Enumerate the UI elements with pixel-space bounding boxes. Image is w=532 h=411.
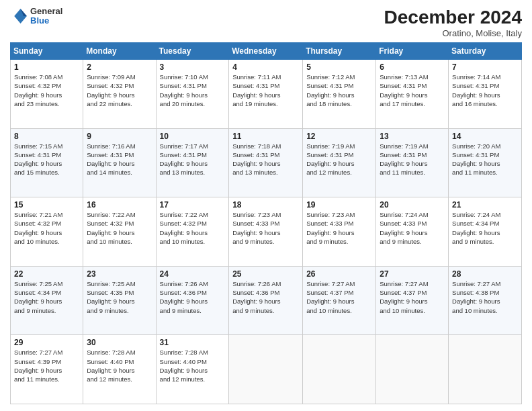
day-number: 14 (452, 132, 518, 141)
day-info: Sunrise: 7:19 AMSunset: 4:31 PMDaylight:… (380, 142, 445, 177)
logo-blue: Blue (30, 16, 62, 26)
day-info: Sunrise: 7:27 AMSunset: 4:39 PMDaylight:… (14, 348, 79, 383)
calendar-cell: 4Sunrise: 7:11 AMSunset: 4:31 PMDaylight… (229, 60, 303, 129)
calendar-cell: 29Sunrise: 7:27 AMSunset: 4:39 PMDayligh… (11, 335, 83, 404)
calendar-cell: 8Sunrise: 7:15 AMSunset: 4:31 PMDaylight… (11, 128, 83, 197)
calendar-cell: 23Sunrise: 7:25 AMSunset: 4:35 PMDayligh… (83, 266, 156, 335)
day-number: 5 (306, 62, 372, 72)
day-info: Sunrise: 7:26 AMSunset: 4:36 PMDaylight:… (160, 279, 226, 315)
day-number: 16 (87, 200, 152, 210)
day-info: Sunrise: 7:21 AMSunset: 4:32 PMDaylight:… (14, 210, 79, 246)
calendar-cell (376, 335, 449, 404)
day-info: Sunrise: 7:15 AMSunset: 4:31 PMDaylight:… (14, 142, 79, 177)
day-number: 22 (14, 269, 79, 279)
calendar-cell: 11Sunrise: 7:18 AMSunset: 4:31 PMDayligh… (229, 128, 303, 197)
day-info: Sunrise: 7:28 AMSunset: 4:40 PMDaylight:… (87, 348, 152, 383)
day-info: Sunrise: 7:27 AMSunset: 4:37 PMDaylight:… (306, 279, 372, 315)
title-location: Oratino, Molise, Italy (384, 28, 522, 38)
calendar-cell (229, 335, 303, 404)
day-info: Sunrise: 7:27 AMSunset: 4:37 PMDaylight:… (380, 279, 445, 315)
col-sunday: Sunday (11, 43, 83, 60)
day-info: Sunrise: 7:25 AMSunset: 4:35 PMDaylight:… (87, 279, 152, 315)
day-number: 23 (87, 269, 152, 279)
col-tuesday: Tuesday (156, 43, 229, 60)
calendar-cell: 3Sunrise: 7:10 AMSunset: 4:31 PMDaylight… (156, 60, 229, 129)
day-info: Sunrise: 7:25 AMSunset: 4:34 PMDaylight:… (14, 279, 79, 315)
day-number: 3 (160, 62, 226, 72)
day-number: 29 (14, 338, 79, 347)
day-number: 25 (232, 269, 299, 279)
col-wednesday: Wednesday (229, 43, 303, 60)
page: General Blue December 2024 Oratino, Moli… (0, 0, 532, 411)
calendar-header-row: Sunday Monday Tuesday Wednesday Thursday… (11, 43, 522, 60)
day-number: 12 (306, 132, 372, 141)
calendar-cell: 18Sunrise: 7:23 AMSunset: 4:33 PMDayligh… (229, 197, 303, 267)
day-info: Sunrise: 7:26 AMSunset: 4:36 PMDaylight:… (232, 279, 299, 315)
logo-general: General (30, 7, 62, 16)
calendar-cell: 21Sunrise: 7:24 AMSunset: 4:34 PMDayligh… (449, 197, 522, 267)
day-number: 7 (452, 62, 518, 72)
day-number: 9 (87, 132, 152, 141)
day-number: 15 (14, 200, 79, 210)
day-number: 19 (306, 200, 372, 210)
calendar-table: Sunday Monday Tuesday Wednesday Thursday… (10, 42, 522, 404)
day-info: Sunrise: 7:27 AMSunset: 4:38 PMDaylight:… (452, 279, 518, 315)
day-number: 31 (160, 338, 226, 347)
day-info: Sunrise: 7:18 AMSunset: 4:31 PMDaylight:… (232, 142, 299, 177)
day-info: Sunrise: 7:14 AMSunset: 4:31 PMDaylight:… (452, 73, 518, 108)
calendar-cell: 6Sunrise: 7:13 AMSunset: 4:31 PMDaylight… (376, 60, 449, 129)
day-info: Sunrise: 7:28 AMSunset: 4:40 PMDaylight:… (160, 348, 226, 383)
calendar-cell (303, 335, 376, 404)
day-number: 11 (232, 132, 299, 141)
calendar-cell: 27Sunrise: 7:27 AMSunset: 4:37 PMDayligh… (376, 266, 449, 335)
calendar-cell: 13Sunrise: 7:19 AMSunset: 4:31 PMDayligh… (376, 128, 449, 197)
calendar-cell: 10Sunrise: 7:17 AMSunset: 4:31 PMDayligh… (156, 128, 229, 197)
calendar-cell: 22Sunrise: 7:25 AMSunset: 4:34 PMDayligh… (11, 266, 83, 335)
calendar-cell: 19Sunrise: 7:23 AMSunset: 4:33 PMDayligh… (303, 197, 376, 267)
day-info: Sunrise: 7:17 AMSunset: 4:31 PMDaylight:… (160, 142, 226, 177)
day-info: Sunrise: 7:12 AMSunset: 4:31 PMDaylight:… (306, 73, 372, 108)
calendar-cell: 26Sunrise: 7:27 AMSunset: 4:37 PMDayligh… (303, 266, 376, 335)
day-number: 28 (452, 269, 518, 279)
day-number: 6 (380, 62, 445, 72)
calendar-cell: 15Sunrise: 7:21 AMSunset: 4:32 PMDayligh… (11, 197, 83, 267)
day-info: Sunrise: 7:10 AMSunset: 4:31 PMDaylight:… (160, 73, 226, 108)
col-saturday: Saturday (449, 43, 522, 60)
day-info: Sunrise: 7:22 AMSunset: 4:32 PMDaylight:… (87, 210, 152, 246)
calendar-cell: 5Sunrise: 7:12 AMSunset: 4:31 PMDaylight… (303, 60, 376, 129)
day-info: Sunrise: 7:09 AMSunset: 4:32 PMDaylight:… (87, 73, 152, 108)
calendar-cell: 14Sunrise: 7:20 AMSunset: 4:31 PMDayligh… (449, 128, 522, 197)
calendar-week-row: 22Sunrise: 7:25 AMSunset: 4:34 PMDayligh… (11, 266, 522, 335)
calendar-cell: 31Sunrise: 7:28 AMSunset: 4:40 PMDayligh… (156, 335, 229, 404)
day-number: 17 (160, 200, 226, 210)
day-info: Sunrise: 7:20 AMSunset: 4:31 PMDaylight:… (452, 142, 518, 177)
day-info: Sunrise: 7:23 AMSunset: 4:33 PMDaylight:… (232, 210, 299, 246)
day-number: 20 (380, 200, 445, 210)
day-number: 1 (14, 62, 79, 72)
day-number: 2 (87, 62, 152, 72)
calendar-week-row: 8Sunrise: 7:15 AMSunset: 4:31 PMDaylight… (11, 128, 522, 197)
logo-icon (10, 7, 29, 26)
day-info: Sunrise: 7:11 AMSunset: 4:31 PMDaylight:… (232, 73, 299, 108)
calendar-week-row: 29Sunrise: 7:27 AMSunset: 4:39 PMDayligh… (11, 335, 522, 404)
calendar-week-row: 1Sunrise: 7:08 AMSunset: 4:32 PMDaylight… (11, 60, 522, 129)
calendar-week-row: 15Sunrise: 7:21 AMSunset: 4:32 PMDayligh… (11, 197, 522, 267)
calendar-cell: 9Sunrise: 7:16 AMSunset: 4:31 PMDaylight… (83, 128, 156, 197)
day-info: Sunrise: 7:23 AMSunset: 4:33 PMDaylight:… (306, 210, 372, 246)
day-number: 21 (452, 200, 518, 210)
calendar-cell: 20Sunrise: 7:24 AMSunset: 4:33 PMDayligh… (376, 197, 449, 267)
day-info: Sunrise: 7:24 AMSunset: 4:33 PMDaylight:… (380, 210, 445, 246)
day-number: 18 (232, 200, 299, 210)
calendar-cell: 1Sunrise: 7:08 AMSunset: 4:32 PMDaylight… (11, 60, 83, 129)
calendar-cell: 30Sunrise: 7:28 AMSunset: 4:40 PMDayligh… (83, 335, 156, 404)
calendar-cell: 17Sunrise: 7:22 AMSunset: 4:32 PMDayligh… (156, 197, 229, 267)
day-number: 30 (87, 338, 152, 347)
logo-text: General Blue (30, 7, 62, 26)
day-info: Sunrise: 7:13 AMSunset: 4:31 PMDaylight:… (380, 73, 445, 108)
day-info: Sunrise: 7:16 AMSunset: 4:31 PMDaylight:… (87, 142, 152, 177)
col-friday: Friday (376, 43, 449, 60)
day-number: 4 (232, 62, 299, 72)
day-info: Sunrise: 7:22 AMSunset: 4:32 PMDaylight:… (160, 210, 226, 246)
day-info: Sunrise: 7:19 AMSunset: 4:31 PMDaylight:… (306, 142, 372, 177)
title-month: December 2024 (384, 7, 522, 28)
